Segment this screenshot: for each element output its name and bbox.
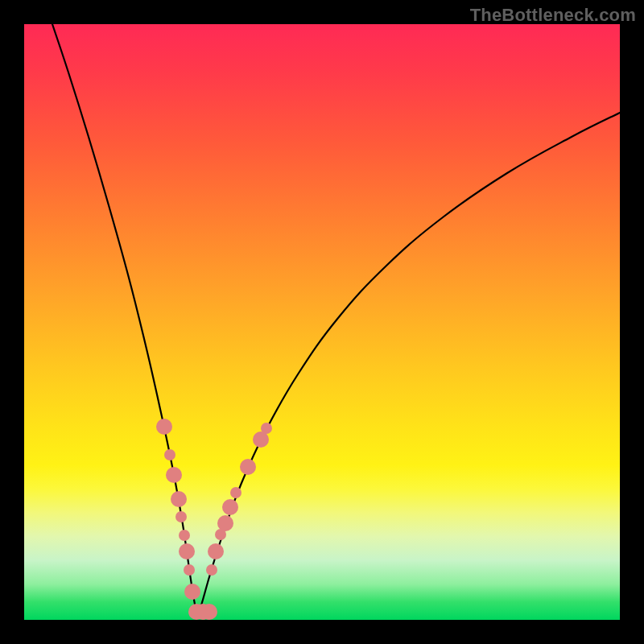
data-marker (171, 491, 187, 507)
data-marker (175, 511, 187, 522)
data-marker (156, 419, 172, 435)
data-marker (208, 543, 224, 559)
data-marker (206, 564, 217, 576)
data-marker (179, 543, 195, 559)
plot-svg (24, 24, 620, 620)
data-marker (230, 487, 242, 498)
data-marker (261, 423, 272, 434)
data-marker (240, 459, 256, 475)
plot-frame (24, 24, 620, 620)
data-marker (166, 467, 182, 483)
curve-right-branch (198, 113, 620, 616)
data-marker (201, 604, 217, 620)
data-marker (217, 515, 233, 531)
data-marker (179, 530, 190, 541)
watermark-text: TheBottleneck.com (470, 5, 636, 26)
data-marker (184, 564, 195, 576)
curve-left-branch (52, 24, 198, 616)
data-marker (222, 499, 238, 515)
data-marker (164, 449, 175, 460)
curve-markers (156, 419, 272, 620)
data-marker (184, 584, 200, 600)
